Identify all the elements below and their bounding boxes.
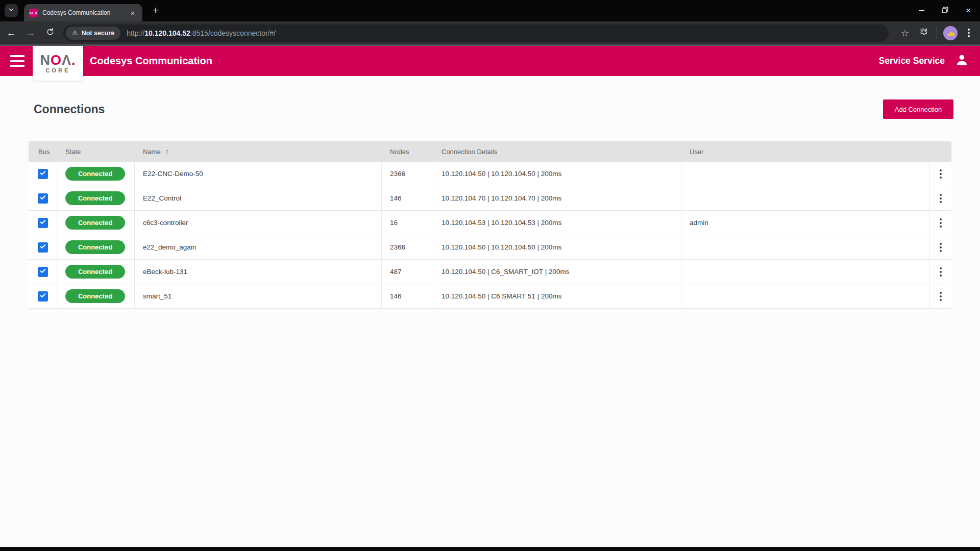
bus-checkbox[interactable] <box>38 267 48 277</box>
url-scheme: http:// <box>127 29 144 37</box>
column-header-bus[interactable]: Bus <box>29 148 57 156</box>
toolbar-separator <box>937 28 937 39</box>
nodes-cell: 487 <box>382 260 433 284</box>
browser-menu-button[interactable] <box>962 26 976 40</box>
tab-title: Codesys Communication <box>42 9 128 16</box>
table-row: Connected e22_demo_again 2366 10.120.104… <box>29 235 951 260</box>
bus-checkbox[interactable] <box>38 169 48 179</box>
table-row: Connected smart_51 146 10.120.104.50 | C… <box>29 284 951 309</box>
profile-avatar[interactable] <box>943 26 958 40</box>
state-cell: Connected <box>57 162 135 186</box>
tab-strip: KEB Codesys Communication × + × <box>0 0 980 21</box>
reload-button[interactable] <box>42 25 58 41</box>
forward-button[interactable]: → <box>22 25 39 41</box>
row-menu-button[interactable] <box>940 194 942 203</box>
bus-cell <box>29 235 57 259</box>
bus-checkbox[interactable] <box>38 242 48 253</box>
connection-details-cell: 10.120.104.50 | 10.120.104.50 | 200ms <box>433 235 681 259</box>
user-name-label: Service Service <box>879 56 945 66</box>
nodes-cell: 146 <box>382 284 433 308</box>
back-icon: ← <box>7 28 16 39</box>
new-tab-button[interactable]: + <box>150 4 162 16</box>
bus-checkbox[interactable] <box>38 291 48 302</box>
table-row: Connected E22-CNC-Demo-50 2366 10.120.10… <box>29 162 951 186</box>
row-menu-button[interactable] <box>940 292 942 301</box>
connection-details-cell: 10.120.104.70 | 10.120.104.70 | 200ms <box>433 186 681 210</box>
back-button[interactable]: ← <box>3 25 19 41</box>
security-chip[interactable]: ⚠ Not secure <box>66 27 120 40</box>
user-cell <box>681 186 930 210</box>
page-head: Connections Add Connection <box>34 99 953 119</box>
nodes-cell: 2366 <box>382 162 433 186</box>
url-text[interactable]: http://10.120.104.52:8515/codesysconnect… <box>127 29 276 37</box>
logo-noa-text: NOΛ. <box>40 54 76 67</box>
column-header-name[interactable]: Name↑ <box>135 147 382 156</box>
column-header-user[interactable]: User <box>681 148 930 156</box>
tab-search-button[interactable] <box>5 4 18 17</box>
checkmark-icon <box>39 169 46 178</box>
window-controls: × <box>910 0 980 21</box>
add-connection-button[interactable]: Add Connection <box>883 99 953 119</box>
user-cell <box>681 284 930 308</box>
checkmark-icon <box>39 194 46 203</box>
checkmark-icon <box>39 218 46 227</box>
row-menu-button[interactable] <box>940 169 942 179</box>
row-actions-cell <box>930 284 951 308</box>
browser-toolbar: ← → ⚠ Not secure http://10.120.104.52:85… <box>0 21 980 46</box>
app-header: NOΛ. CORE Codesys Communication Service … <box>0 46 980 76</box>
bus-checkbox[interactable] <box>38 218 48 228</box>
table-row: Connected E22_Control 146 10.120.104.70 … <box>29 186 951 211</box>
window-close-button[interactable]: × <box>957 0 980 21</box>
app-title: Codesys Communication <box>90 55 212 67</box>
nodes-cell: 146 <box>382 186 433 210</box>
bus-cell <box>29 211 57 235</box>
hamburger-menu-button[interactable] <box>10 55 24 67</box>
row-actions-cell <box>930 235 951 259</box>
cheese-avatar-icon <box>943 33 958 42</box>
page-title: Connections <box>34 103 105 116</box>
connection-details-cell: 10.120.104.53 | 10.120.104.53 | 200ms <box>433 211 681 235</box>
table-row: Connected eBeck-lub-131 487 10.120.104.5… <box>29 260 951 284</box>
user-cell <box>681 235 930 259</box>
connection-name-cell: E22-CNC-Demo-50 <box>135 162 382 186</box>
app-page: NOΛ. CORE Codesys Communication Service … <box>0 46 980 547</box>
table-header-row: Bus State Name↑ Nodes Connection Details… <box>29 141 951 162</box>
connection-name-cell: eBeck-lub-131 <box>135 260 382 284</box>
row-actions-cell <box>930 260 951 284</box>
reload-icon <box>46 28 55 39</box>
puzzle-icon <box>919 27 928 39</box>
connection-details-cell: 10.120.104.50 | 10.120.104.50 | 200ms <box>433 162 681 186</box>
user-cell <box>681 162 930 186</box>
state-cell: Connected <box>57 235 135 259</box>
minimize-button[interactable] <box>910 0 933 21</box>
bus-checkbox[interactable] <box>38 193 48 204</box>
checkmark-icon <box>39 292 46 300</box>
nodes-cell: 2366 <box>382 235 433 259</box>
state-cell: Connected <box>57 260 135 284</box>
kebab-menu-icon <box>968 29 970 37</box>
bookmark-star-button[interactable]: ☆ <box>898 26 912 40</box>
toolbar-right: ☆ <box>894 26 976 40</box>
bus-cell <box>29 186 57 210</box>
state-badge: Connected <box>65 265 125 279</box>
table-row: Connected c6c3-controller 16 10.120.104.… <box>29 211 951 235</box>
browser-tab-active[interactable]: KEB Codesys Communication × <box>24 4 142 21</box>
state-badge: Connected <box>65 167 125 181</box>
column-header-details[interactable]: Connection Details <box>433 148 681 156</box>
bus-cell <box>29 162 57 186</box>
state-badge: Connected <box>65 289 125 303</box>
row-menu-button[interactable] <box>940 267 942 277</box>
logo-core-text: CORE <box>46 67 70 73</box>
tab-close-icon[interactable]: × <box>128 8 137 17</box>
state-badge: Connected <box>65 191 125 205</box>
column-header-nodes[interactable]: Nodes <box>382 148 433 156</box>
extensions-button[interactable] <box>916 26 930 40</box>
security-chip-label: Not secure <box>82 30 115 37</box>
row-menu-button[interactable] <box>940 243 942 252</box>
restore-button[interactable] <box>933 0 957 21</box>
address-bar[interactable]: ⚠ Not secure http://10.120.104.52:8515/c… <box>63 24 889 42</box>
person-icon[interactable] <box>955 53 969 69</box>
chevron-down-icon <box>8 6 15 15</box>
row-menu-button[interactable] <box>940 218 942 228</box>
column-header-state[interactable]: State <box>57 148 135 156</box>
